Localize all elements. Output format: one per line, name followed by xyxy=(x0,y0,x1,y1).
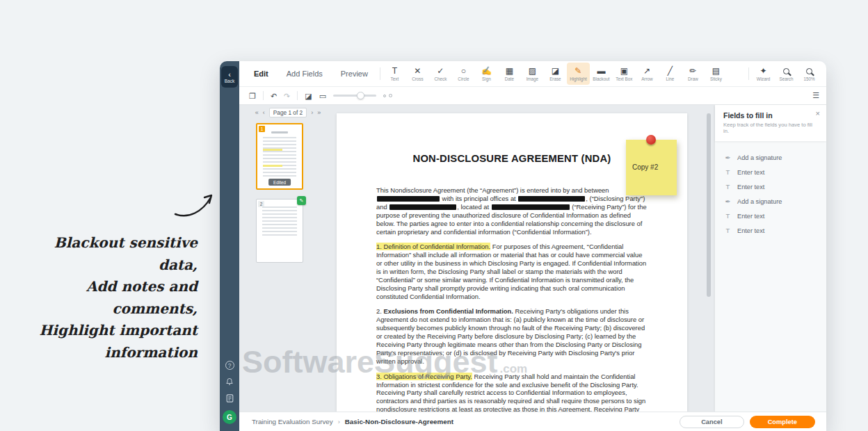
page-thumbnail-2[interactable]: 2 ✎ xyxy=(256,199,303,263)
textbox-icon: ▣ xyxy=(620,67,628,76)
page-navigation: « ‹ Page 1 of 2 › » xyxy=(245,108,331,117)
text-segment: For purposes of this Agreement, “Confide… xyxy=(376,243,646,300)
check-tool[interactable]: ✓Check xyxy=(429,63,452,85)
draw-icon: ✏ xyxy=(689,67,696,76)
slider-knob[interactable] xyxy=(357,92,364,99)
field-item-label: Add a signature xyxy=(737,154,782,161)
field-item-text[interactable]: TEnter text xyxy=(715,223,826,238)
fields-list-icon[interactable]: ☰ xyxy=(812,91,819,100)
arrow-tool[interactable]: ↗Arrow xyxy=(636,63,659,85)
document-paragraph: 2. Exclusions from Confidential Informat… xyxy=(376,307,648,366)
wizard-tool-label: Wizard xyxy=(757,76,771,81)
field-item-text[interactable]: TEnter text xyxy=(715,209,826,223)
previous-page-button[interactable]: ‹ xyxy=(263,109,265,116)
sign-tool-label: Sign xyxy=(482,76,491,81)
first-page-button[interactable]: « xyxy=(255,109,259,116)
erase-tool[interactable]: ◪Erase xyxy=(544,63,567,85)
line-tool[interactable]: ╱Line xyxy=(659,63,682,85)
document-scrollbar[interactable] xyxy=(707,113,711,297)
undo-icon[interactable]: ↶ xyxy=(271,92,277,100)
notifications-bell-icon[interactable] xyxy=(225,377,234,387)
annotation-line: Add notes and comments, xyxy=(18,276,198,320)
redo-icon: ↷ xyxy=(284,92,290,100)
sticky-note[interactable]: Copy #2 xyxy=(626,140,677,195)
thumbnail-preview xyxy=(262,206,297,251)
select-icon[interactable]: ▭ xyxy=(319,92,326,100)
annotation-line: Blackout sensitive data, xyxy=(18,232,198,276)
field-item-text[interactable]: TEnter text xyxy=(715,165,826,179)
last-page-button[interactable]: » xyxy=(317,109,321,116)
text-segment: Receiving Party's obligations under this… xyxy=(376,307,645,365)
zoom-tool[interactable]: 150% xyxy=(798,63,821,85)
field-item-signature[interactable]: ✒Add a signature xyxy=(715,150,826,165)
help-icon[interactable]: ? xyxy=(225,361,234,370)
fields-panel-title: Fields to fill in xyxy=(723,111,818,120)
field-item-label: Enter text xyxy=(737,184,764,190)
tab-add-fields[interactable]: Add Fields xyxy=(278,61,332,87)
field-item-label: Enter text xyxy=(737,169,764,176)
stroke-width-slider[interactable] xyxy=(333,95,376,97)
sign-tool[interactable]: ✍Sign xyxy=(475,63,498,85)
annotation-line: Highlight important xyxy=(18,320,198,342)
toolbar-divider xyxy=(380,67,380,80)
annotation-line: information xyxy=(18,342,198,364)
fields-panel: Fields to fill in Keep track of the fiel… xyxy=(715,105,826,412)
blackout-tool-label: Blackout xyxy=(593,76,609,81)
feedback-icon[interactable] xyxy=(225,393,234,403)
cancel-button[interactable]: Cancel xyxy=(680,416,744,428)
field-item-label: Enter text xyxy=(737,227,764,234)
tab-edit[interactable]: Edit xyxy=(245,61,278,87)
check-tool-label: Check xyxy=(434,76,447,81)
breadcrumb-document: Basic-Non-Disclosure-Agreement xyxy=(345,418,453,425)
close-icon[interactable]: × xyxy=(816,109,820,117)
document-editor-window: ‹ Back ? G EditAdd FieldsPreview TText✕C… xyxy=(220,61,826,431)
copy-icon[interactable]: ❐ xyxy=(249,92,256,100)
sticky-tool[interactable]: ▤Sticky xyxy=(705,63,728,85)
fields-panel-subtitle: Keep track of the fields you have to fil… xyxy=(723,122,818,134)
textbox-tool[interactable]: ▣Text Box xyxy=(613,63,636,85)
draw-tool-label: Draw xyxy=(688,76,698,81)
text-tool-label: Text xyxy=(391,76,399,81)
complete-button[interactable]: Complete xyxy=(750,416,815,428)
search-tool[interactable]: Search xyxy=(775,63,798,85)
line-icon: ╱ xyxy=(668,67,673,76)
blackout-tool[interactable]: ▬Blackout xyxy=(590,63,613,85)
tab-preview[interactable]: Preview xyxy=(332,61,377,87)
redaction-bar xyxy=(492,204,570,210)
date-tool-label: Date xyxy=(505,76,514,81)
search-icon xyxy=(783,67,789,76)
textfield-icon: T xyxy=(724,227,732,234)
text-icon: T xyxy=(392,67,397,76)
line-tool-label: Line xyxy=(666,76,674,81)
back-button[interactable]: ‹ Back xyxy=(221,66,238,88)
redaction-bar xyxy=(518,196,585,202)
next-page-button[interactable]: › xyxy=(311,109,313,116)
preset-dot-large[interactable] xyxy=(389,94,392,97)
draw-tool[interactable]: ✏Draw xyxy=(682,63,705,85)
field-item-label: Add a signature xyxy=(737,198,782,205)
field-item-text[interactable]: TEnter text xyxy=(715,179,826,194)
cross-tool[interactable]: ✕Cross xyxy=(406,63,429,85)
blackout-icon: ▬ xyxy=(597,67,605,76)
preset-dot-small[interactable] xyxy=(383,95,386,97)
image-tool[interactable]: ▨Image xyxy=(521,63,544,85)
page-thumbnail-1[interactable]: 1 Edited xyxy=(256,123,303,190)
fields-count-badge: ✎ xyxy=(297,196,306,205)
highlight-tool[interactable]: ✎Highlight xyxy=(567,63,590,85)
document-page[interactable]: NON-DISCLOSURE AGREEMENT (NDA) This Nond… xyxy=(337,113,687,412)
check-icon: ✓ xyxy=(437,67,444,76)
breadcrumb-separator: › xyxy=(338,418,340,425)
content-area: « ‹ Page 1 of 2 › » 1 Edited xyxy=(239,105,826,412)
arrow-icon: ↗ xyxy=(643,67,650,76)
breadcrumb-folder[interactable]: Training Evaluation Survey xyxy=(252,418,333,425)
arrow-tool-label: Arrow xyxy=(641,76,652,81)
text-tool[interactable]: TText xyxy=(383,63,406,85)
eraser-icon[interactable]: ◪ xyxy=(305,92,312,100)
field-item-signature[interactable]: ✒Add a signature xyxy=(715,194,826,209)
wizard-tool[interactable]: ✦Wizard xyxy=(752,63,775,85)
circle-tool[interactable]: ○Circle xyxy=(452,63,475,85)
date-tool[interactable]: ▦Date xyxy=(498,63,521,85)
user-avatar[interactable]: G xyxy=(223,410,236,424)
main-toolbar: EditAdd FieldsPreview TText✕Cross✓Check○… xyxy=(239,61,826,87)
textfield-icon: T xyxy=(724,183,732,190)
